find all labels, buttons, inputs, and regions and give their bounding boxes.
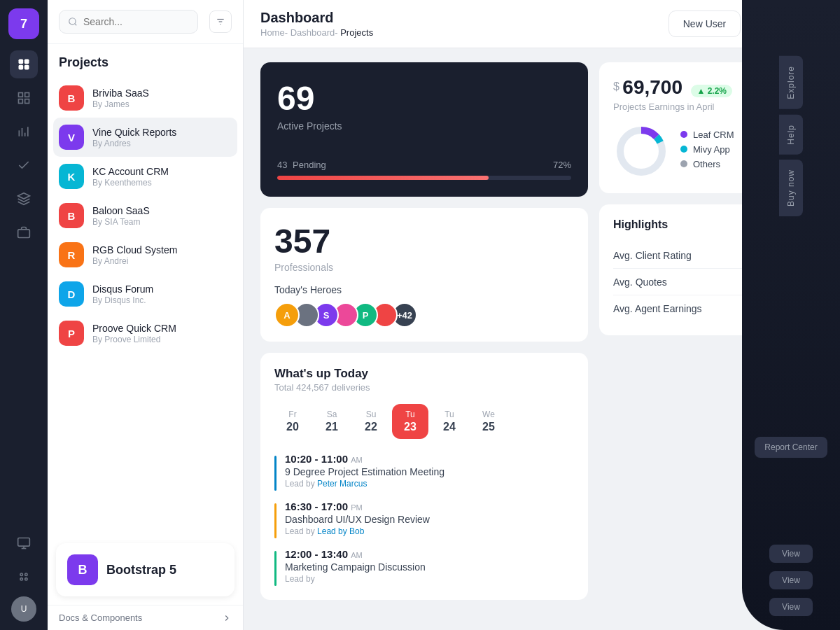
project-item-briviba[interactable]: B Briviba SaaS By James: [53, 78, 237, 118]
report-center-button[interactable]: Report Center: [755, 437, 827, 458]
svg-rect-7: [25, 99, 29, 104]
project-name: Baloon SaaS: [92, 205, 150, 216]
project-item-kc[interactable]: K KC Account CRM By Keenthemes: [53, 157, 237, 196]
progress-percent: 72%: [553, 160, 571, 170]
event-name: Marketing Campaign Discussion: [285, 561, 426, 573]
svg-point-21: [69, 18, 76, 24]
svg-rect-2: [19, 65, 24, 70]
events-list: 10:20 - 11:00 AM 9 Degree Project Estima…: [274, 453, 574, 586]
bootstrap-card[interactable]: B Bootstrap 5: [56, 543, 234, 596]
legend-dot: [680, 160, 687, 167]
highlight-label: Avg. Quotes: [613, 276, 667, 288]
project-item-rgb[interactable]: R RGB Cloud System By Andrei: [53, 235, 237, 274]
explore-tab[interactable]: Explore: [779, 56, 803, 109]
event-time: 12:00 - 13:40 AM: [285, 548, 426, 560]
sidebar-search-area: [48, 0, 243, 44]
user-avatar[interactable]: U: [11, 596, 36, 622]
view-button-1[interactable]: View: [769, 545, 813, 563]
project-item-baloon[interactable]: B Baloon SaaS By SIA Team: [53, 196, 237, 235]
project-icon-baloon: B: [59, 203, 84, 228]
legend-dot: [680, 146, 687, 153]
event-name: 9 Degree Project Estimation Meeting: [285, 466, 444, 477]
sidebar-header: Projects: [48, 44, 243, 76]
event-item-2: 12:00 - 13:40 AM Marketing Campaign Disc…: [274, 548, 574, 586]
event-lead: Lead by: [285, 574, 426, 584]
svg-rect-0: [19, 59, 24, 64]
earnings-dollar: $: [613, 80, 620, 93]
heroes-title: Today's Heroes: [274, 284, 574, 295]
project-icon-vine: V: [59, 125, 84, 150]
nav-icon-chart[interactable]: [10, 118, 38, 146]
cal-day-25[interactable]: We 25: [470, 404, 507, 439]
svg-marker-12: [18, 193, 30, 199]
pending-label: 43 Pending: [277, 160, 326, 170]
legend-dot: [680, 131, 687, 138]
active-projects-count: 69: [277, 79, 571, 118]
event-name: Dashboard UI/UX Design Review: [285, 514, 430, 525]
highlight-label: Avg. Client Rating: [613, 250, 692, 261]
calendar-days: Fr 20 Sa 21 Su 22 Tu 23 Tu 24 We 25: [274, 404, 574, 439]
filter-button[interactable]: [209, 10, 232, 33]
nav-icon-check[interactable]: [10, 151, 38, 179]
buynow-tab[interactable]: Buy now: [779, 160, 803, 216]
project-author: By Disqus Inc.: [92, 295, 153, 305]
projects-list: B Briviba SaaS By James V Vine Quick Rep…: [48, 76, 243, 535]
search-input[interactable]: [83, 16, 189, 27]
chevron-right-icon: [222, 613, 232, 623]
today-subtitle: Total 424,567 deliveries: [274, 382, 574, 393]
svg-point-17: [20, 573, 22, 575]
event-lead: Lead by Peter Marcus: [285, 479, 444, 489]
sidebar: Projects B Briviba SaaS By James V Vine …: [48, 0, 244, 630]
project-icon-rgb: R: [59, 242, 84, 267]
bootstrap-icon: B: [67, 554, 98, 585]
today-header: What's up Today Total 424,567 deliveries: [274, 367, 574, 393]
avatar-0: A: [274, 302, 300, 328]
cal-day-21[interactable]: Sa 21: [314, 404, 350, 439]
nav-icon-grid[interactable]: [10, 84, 38, 112]
nav-icon-monitor[interactable]: [10, 529, 38, 557]
professionals-label: Professionals: [274, 262, 574, 273]
svg-point-20: [25, 578, 27, 580]
legend-name: Leaf CRM: [693, 130, 734, 140]
help-tab[interactable]: Help: [779, 115, 803, 155]
project-item-vine[interactable]: V Vine Quick Reports By Andres: [53, 118, 237, 157]
project-name: Briviba SaaS: [92, 88, 149, 99]
nav-icon-briefcase[interactable]: [10, 218, 38, 246]
topbar-left: Dashboard Home- Dashboard- Projects: [260, 10, 373, 38]
svg-rect-13: [18, 230, 30, 238]
view-button-2[interactable]: View: [769, 571, 813, 589]
project-icon-briviba: B: [59, 85, 84, 111]
cal-day-22[interactable]: Su 22: [353, 404, 389, 439]
highlight-label: Avg. Agent Earnings: [613, 303, 702, 314]
svg-line-22: [75, 24, 77, 26]
nav-icon-layers[interactable]: [10, 185, 38, 213]
svg-point-19: [20, 578, 22, 580]
docs-link[interactable]: Docs & Components: [48, 605, 243, 630]
project-name: KC Account CRM: [92, 166, 169, 177]
breadcrumb: Home- Dashboard- Projects: [260, 27, 373, 38]
svg-point-18: [25, 573, 27, 575]
project-name: Vine Quick Reports: [92, 127, 176, 138]
project-author: By Keenthemes: [92, 178, 169, 188]
nav-icon-dashboard[interactable]: [10, 50, 38, 78]
project-author: By SIA Team: [92, 217, 150, 227]
nav-icon-apps[interactable]: [10, 563, 38, 591]
search-box[interactable]: [59, 10, 198, 34]
user-number-badge[interactable]: 7: [8, 8, 39, 39]
cal-day-24[interactable]: Tu 24: [431, 404, 468, 439]
project-item-proove[interactable]: P Proove Quick CRM By Proove Limited: [53, 314, 237, 353]
project-icon-proove: P: [59, 321, 84, 346]
sidebar-title: Projects: [59, 55, 232, 70]
project-item-disqus[interactable]: D Disqus Forum By Disqus Inc.: [53, 274, 237, 314]
cal-day-23[interactable]: Tu 23: [392, 404, 428, 439]
search-icon: [68, 16, 78, 27]
project-author: By Proove Limited: [92, 335, 176, 344]
today-card: What's up Today Total 424,567 deliveries…: [260, 353, 588, 600]
project-name: Disqus Forum: [92, 284, 153, 295]
cal-day-20[interactable]: Fr 20: [274, 404, 311, 439]
project-name: Proove Quick CRM: [92, 323, 176, 334]
earnings-badge: ▲ 2.2%: [691, 85, 732, 97]
donut-chart: [613, 123, 669, 179]
view-button-3[interactable]: View: [769, 598, 813, 616]
new-user-button[interactable]: New User: [668, 10, 741, 37]
